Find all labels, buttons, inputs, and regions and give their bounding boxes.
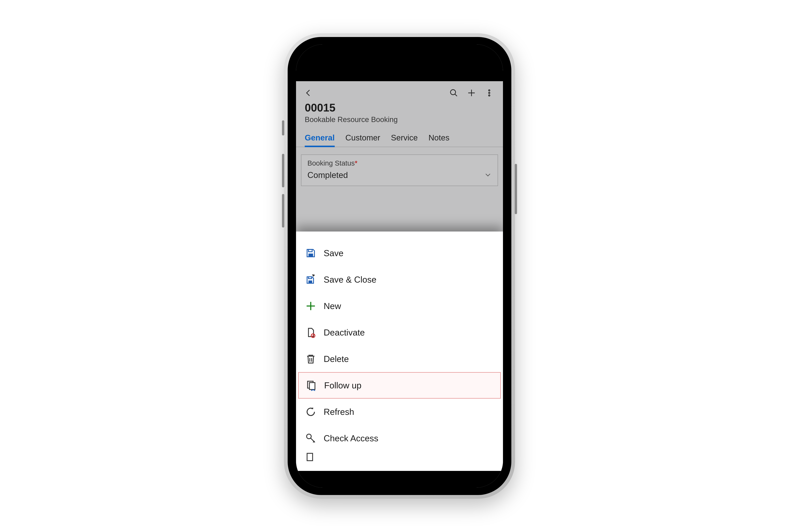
home-indicator-area	[296, 471, 503, 488]
phone-mute-switch	[282, 120, 284, 135]
back-button[interactable]	[303, 88, 313, 98]
refresh-icon	[305, 406, 316, 417]
phone-volume-up	[282, 154, 284, 187]
menu-delete[interactable]: Delete	[296, 346, 503, 372]
app-content: 00015 Bookable Resource Booking General …	[296, 81, 503, 471]
booking-status-field[interactable]: Booking Status* Completed	[301, 154, 498, 186]
tab-bar: General Customer Service Notes	[296, 128, 503, 147]
menu-follow-up-label: Follow up	[324, 380, 361, 391]
field-chevron	[484, 171, 492, 179]
required-asterisk: *	[355, 159, 358, 167]
svg-point-6	[489, 95, 490, 96]
menu-save-label: Save	[324, 248, 344, 258]
menu-new-label: New	[324, 301, 341, 311]
field-label: Booking Status*	[307, 159, 492, 167]
new-icon	[305, 301, 316, 311]
menu-check-access[interactable]: Check Access	[296, 425, 503, 452]
svg-rect-8	[308, 253, 313, 257]
menu-refresh-label: Refresh	[324, 407, 354, 417]
record-entity: Bookable Resource Booking	[305, 115, 494, 124]
svg-rect-20	[307, 453, 312, 461]
svg-rect-9	[308, 277, 311, 279]
menu-new[interactable]: New	[296, 293, 503, 319]
menu-save-close-label: Save & Close	[324, 274, 376, 285]
search-icon	[450, 89, 458, 97]
search-button[interactable]	[449, 88, 459, 98]
chevron-down-icon	[484, 171, 492, 178]
save-close-icon	[305, 274, 316, 285]
tab-notes[interactable]: Notes	[429, 133, 450, 147]
add-button[interactable]	[467, 88, 477, 98]
menu-refresh[interactable]: Refresh	[296, 399, 503, 425]
svg-point-0	[451, 90, 456, 95]
svg-point-4	[489, 90, 490, 91]
command-bar-sheet: Save Save & Close	[296, 231, 503, 471]
svg-rect-18	[309, 383, 315, 390]
menu-save[interactable]: Save	[296, 240, 503, 266]
menu-save-close[interactable]: Save & Close	[296, 266, 503, 293]
menu-check-access-label: Check Access	[324, 433, 378, 443]
record-title: 00015	[305, 101, 494, 114]
svg-point-19	[307, 434, 311, 439]
record-header: 00015 Bookable Resource Booking	[296, 101, 503, 128]
svg-line-1	[455, 94, 457, 96]
delete-icon	[305, 354, 316, 364]
more-button[interactable]	[484, 88, 494, 98]
menu-deactivate[interactable]: Deactivate	[296, 319, 503, 346]
plus-icon	[467, 89, 476, 97]
app-root: 00015 Bookable Resource Booking General …	[296, 44, 503, 488]
deactivate-icon	[305, 327, 316, 338]
chevron-left-icon	[304, 89, 313, 97]
phone-volume-down	[282, 194, 284, 228]
follow-up-icon	[306, 380, 317, 391]
check-access-icon	[305, 433, 316, 444]
phone-frame: 00015 Bookable Resource Booking General …	[284, 33, 515, 499]
tab-service[interactable]: Service	[391, 133, 418, 147]
save-icon	[305, 248, 316, 259]
status-bar-area	[296, 44, 503, 81]
header-bar	[296, 81, 503, 101]
phone-power-button	[515, 164, 517, 214]
tab-customer[interactable]: Customer	[345, 133, 380, 147]
partial-icon	[305, 452, 316, 462]
menu-delete-label: Delete	[324, 354, 349, 364]
more-vertical-icon	[485, 89, 494, 97]
tab-general[interactable]: General	[305, 133, 335, 147]
menu-follow-up[interactable]: Follow up	[298, 372, 501, 399]
field-value: Completed	[307, 170, 348, 180]
field-label-text: Booking Status	[307, 159, 355, 167]
menu-item-partial[interactable]	[296, 452, 503, 471]
phone-bezel: 00015 Bookable Resource Booking General …	[288, 37, 511, 495]
svg-rect-10	[308, 281, 312, 283]
svg-rect-7	[308, 249, 312, 252]
menu-deactivate-label: Deactivate	[324, 327, 365, 338]
svg-point-5	[489, 92, 490, 94]
phone-screen: 00015 Bookable Resource Booking General …	[296, 44, 503, 488]
